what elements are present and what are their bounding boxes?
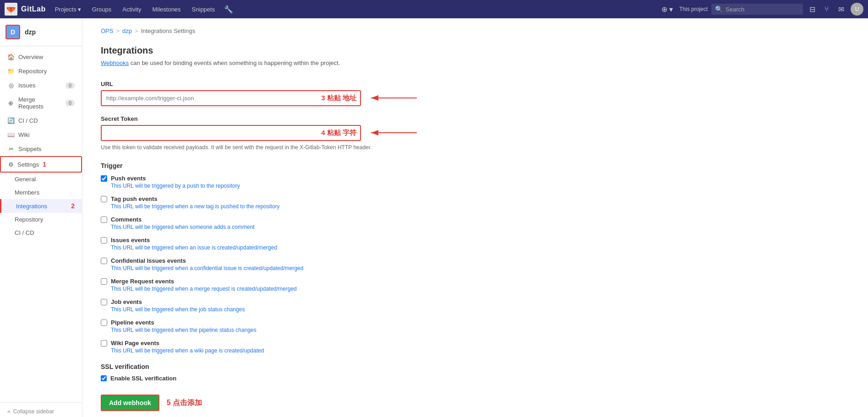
this-project-label: This project	[679, 6, 708, 12]
sidebar-sub-general[interactable]: General	[0, 173, 82, 186]
sidebar-sub-integrations[interactable]: Integrations 2	[0, 199, 82, 213]
ssl-checkbox[interactable]	[101, 375, 107, 381]
issues-events-checkbox[interactable]	[101, 237, 107, 244]
trigger-comments: Comments This URL will be triggered when…	[101, 216, 421, 230]
pipeline-events-checkbox[interactable]	[101, 320, 107, 326]
integrations-description: Webhooks can be used for binding events …	[101, 59, 421, 68]
secret-arrow-annotation	[366, 127, 421, 138]
url-label: URL	[101, 81, 421, 87]
sidebar-item-cicd[interactable]: 🔄 CI / CD	[0, 114, 82, 128]
push-events-checkbox[interactable]	[101, 175, 107, 182]
wrench-icon[interactable]: 🔧	[221, 3, 236, 16]
collapse-sidebar-button[interactable]: « Collapse sidebar	[0, 402, 82, 417]
push-events-desc: This URL will be triggered by a push to …	[111, 183, 421, 189]
layout: D dzp 🏠 Overview 📁 Repository ◎ Issues 0…	[0, 18, 868, 417]
url-annotation-text: 3 粘贴 地址	[321, 94, 356, 103]
secret-token-label: Secret Token	[101, 115, 421, 122]
add-webhook-button[interactable]: Add webhook	[101, 395, 159, 411]
sidebar-item-overview[interactable]: 🏠 Overview	[0, 50, 82, 64]
trigger-title: Trigger	[101, 162, 421, 169]
wiki-icon: 📖	[7, 131, 15, 138]
sidebar-item-repository[interactable]: 📁 Repository	[0, 64, 82, 78]
trigger-confidential-issues: Confidential Issues events This URL will…	[101, 257, 421, 271]
columns-icon[interactable]: ⊟	[807, 3, 818, 16]
nav-projects[interactable]: Projects ▾	[50, 3, 86, 16]
chevron-down-icon: ▾	[78, 6, 81, 13]
brand-name: GitLab	[21, 5, 46, 13]
search-box[interactable]: 🔍	[711, 4, 803, 15]
trigger-push-events: Push events This URL will be triggered b…	[101, 175, 421, 189]
sidebar-item-issues[interactable]: ◎ Issues 0	[0, 78, 82, 92]
issues-icon: ◎	[7, 82, 15, 89]
integrations-number: 2	[71, 202, 75, 210]
search-icon: 🔍	[715, 5, 723, 13]
navbar-right: ⊕ ▾ This project 🔍 ⊟ ⑂ ✉ U	[659, 3, 863, 16]
nav-milestones[interactable]: Milestones	[147, 3, 185, 16]
merge-request-checkbox[interactable]	[101, 278, 107, 285]
breadcrumb-current: Integrations Settings	[141, 27, 196, 34]
confidential-issues-checkbox[interactable]	[101, 258, 107, 264]
secret-help-text: Use this token to validate received payl…	[101, 144, 421, 152]
trigger-wiki-page-events: Wiki Page events This URL will be trigge…	[101, 340, 421, 354]
job-events-desc: This URL will be triggered when the job …	[111, 306, 421, 313]
nav-activity[interactable]: Activity	[118, 3, 146, 16]
plus-icon[interactable]: ⊕ ▾	[659, 3, 676, 16]
sidebar-sub-members[interactable]: Members	[0, 186, 82, 199]
breadcrumb-ops[interactable]: OPS	[101, 27, 113, 34]
secret-token-form-group: Secret Token 4 粘贴 字符	[101, 115, 421, 152]
tag-push-events-checkbox[interactable]	[101, 196, 107, 202]
add-webhook-annotation: 5 点击添加	[167, 398, 202, 408]
issues-badge: 0	[66, 82, 75, 89]
collapse-icon: «	[7, 408, 11, 415]
navbar: GitLab Projects ▾ Groups Activity Milest…	[0, 0, 868, 18]
breadcrumb: OPS > dzp > Integrations Settings	[101, 27, 850, 34]
fork-icon[interactable]: ⑂	[822, 3, 832, 15]
nav-snippets[interactable]: Snippets	[187, 3, 220, 16]
sidebar-item-settings[interactable]: ⚙ Settings 1	[0, 156, 82, 173]
integrations-form: Integrations Webhooks can be used for bi…	[101, 45, 421, 411]
gitlab-logo	[5, 3, 17, 16]
sidebar-item-wiki[interactable]: 📖 Wiki	[0, 128, 82, 142]
home-icon: 🏠	[7, 54, 15, 60]
url-form-group: URL 3 粘贴 地址	[101, 81, 421, 106]
add-webhook-section: Add webhook 5 点击添加	[101, 395, 421, 411]
breadcrumb-dzp[interactable]: dzp	[122, 27, 132, 34]
search-input[interactable]	[726, 6, 799, 13]
repo-icon: 📁	[7, 68, 15, 75]
settings-number: 1	[43, 161, 46, 168]
job-events-checkbox[interactable]	[101, 299, 107, 305]
project-name: dzp	[25, 28, 36, 36]
tag-push-events-desc: This URL will be triggered when a new ta…	[111, 203, 421, 210]
sidebar-item-merge-requests[interactable]: ⊕ Merge Requests 0	[0, 92, 82, 114]
trigger-tag-push-events: Tag push events This URL will be trigger…	[101, 195, 421, 210]
settings-icon: ⚙	[8, 161, 14, 168]
sidebar-item-snippets[interactable]: ✂ Snippets	[0, 142, 82, 156]
pipeline-events-desc: This URL will be triggered when the pipe…	[111, 327, 421, 333]
webhooks-link[interactable]: Webhooks	[101, 60, 129, 66]
navbar-brand[interactable]: GitLab	[5, 3, 46, 16]
secret-annotation-text: 4 粘贴 字符	[321, 129, 356, 137]
trigger-pipeline-events: Pipeline events This URL will be trigger…	[101, 319, 421, 333]
navbar-nav: Projects ▾ Groups Activity Milestones Sn…	[50, 3, 236, 16]
mr-badge: 0	[66, 100, 75, 106]
trigger-merge-request: Merge Request events This URL will be tr…	[101, 278, 421, 292]
project-header: D dzp	[0, 18, 82, 46]
trigger-issues-events: Issues events This URL will be triggered…	[101, 237, 421, 251]
snippets-icon: ✂	[7, 146, 15, 152]
issues-events-desc: This URL will be triggered when an issue…	[111, 244, 421, 251]
wiki-page-events-checkbox[interactable]	[101, 340, 107, 347]
project-avatar: D	[5, 25, 20, 39]
main-content: OPS > dzp > Integrations Settings Integr…	[82, 18, 868, 417]
mail-icon[interactable]: ✉	[835, 3, 847, 16]
comments-desc: This URL will be triggered when someone …	[111, 224, 421, 230]
sidebar-sub-repository[interactable]: Repository	[0, 213, 82, 226]
trigger-job-events: Job events This URL will be triggered wh…	[101, 298, 421, 313]
ssl-title: SSL verification	[101, 363, 421, 370]
merge-request-desc: This URL will be triggered when a merge …	[111, 286, 421, 292]
sidebar-nav: 🏠 Overview 📁 Repository ◎ Issues 0 ⊕ Mer…	[0, 46, 82, 402]
nav-groups[interactable]: Groups	[87, 3, 116, 16]
sidebar-sub-cicd[interactable]: CI / CD	[0, 226, 82, 239]
avatar[interactable]: U	[851, 3, 863, 16]
comments-checkbox[interactable]	[101, 217, 107, 223]
cicd-icon: 🔄	[7, 117, 15, 124]
